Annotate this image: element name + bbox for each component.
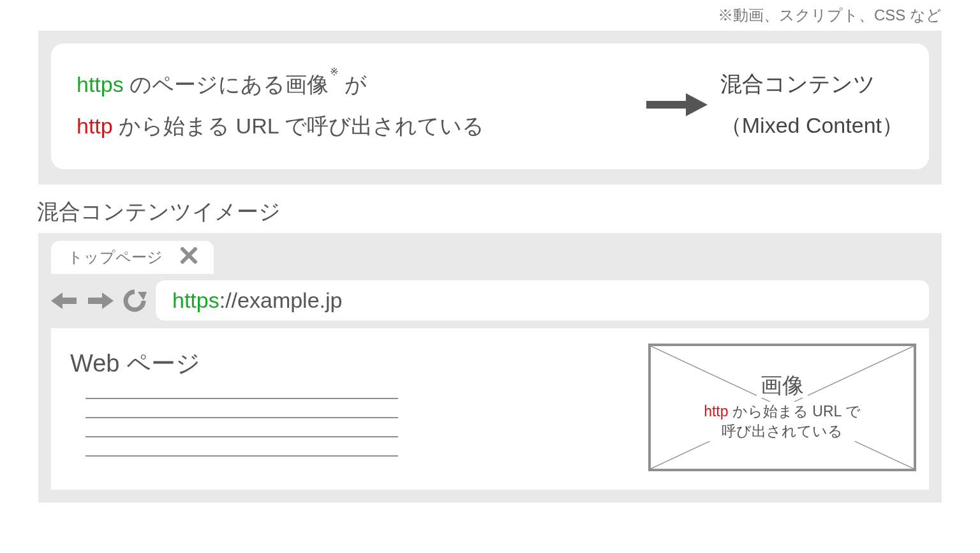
text-line-placeholder: [85, 398, 398, 399]
text-fragment: から始まる URL で呼び出されている: [113, 114, 484, 138]
section-title: 混合コンテンツイメージ: [37, 197, 980, 227]
explanation-card: https のページにある画像※ が http から始まる URL で呼び出され…: [51, 43, 929, 169]
text-fragment: から始まる URL で: [729, 403, 861, 420]
image-block: 画像 http から始まる URL で 呼び出されている: [648, 344, 916, 474]
svg-marker-7: [102, 292, 114, 309]
explanation-band: https のページにある画像※ が http から始まる URL で呼び出され…: [38, 31, 942, 185]
back-icon[interactable]: [51, 291, 78, 310]
tab-bar: トップページ: [51, 241, 929, 274]
https-label: https: [77, 72, 124, 96]
footnote-text: ※動画、スクリプト、CSS など: [0, 0, 980, 26]
text-fragment: が: [338, 72, 366, 96]
text-fragment: 呼び出されている: [700, 421, 865, 441]
nav-bar: https://example.jp: [51, 280, 929, 321]
image-label: 画像: [757, 374, 808, 397]
text-fragment: のページにある画像: [124, 72, 329, 96]
svg-marker-4: [51, 292, 63, 309]
browser-mock: トップページ: [38, 233, 942, 503]
http-label: http: [704, 403, 728, 420]
reload-icon[interactable]: [122, 289, 147, 313]
forward-icon[interactable]: [87, 291, 114, 310]
page-text-block: Web ページ: [70, 344, 623, 474]
text-line-placeholder: [85, 417, 398, 418]
text-line-placeholder: [85, 436, 398, 437]
mixed-content-label-ja: 混合コンテンツ: [720, 63, 903, 105]
svg-rect-5: [61, 298, 77, 304]
url-rest: ://example.jp: [219, 288, 343, 312]
browser-tab[interactable]: トップページ: [51, 241, 214, 274]
mixed-content-label-en: （Mixed Content）: [720, 105, 903, 146]
asterisk-mark: ※: [329, 66, 338, 77]
image-placeholder: 画像 http から始まる URL で 呼び出されている: [648, 344, 916, 471]
explanation-left: https のページにある画像※ が http から始まる URL で呼び出され…: [77, 63, 637, 146]
url-scheme: https: [172, 288, 219, 312]
text-line-placeholder: [85, 455, 398, 457]
address-bar[interactable]: https://example.jp: [156, 280, 929, 321]
image-sublabel: http から始まる URL で 呼び出されている: [700, 402, 865, 441]
http-label: http: [77, 114, 113, 138]
page-heading: Web ページ: [70, 347, 623, 380]
tab-label: トップページ: [68, 247, 163, 268]
explanation-right: 混合コンテンツ （Mixed Content）: [714, 63, 903, 146]
page-viewport: Web ページ 画像 http から始まる URL で 呼び出されている: [51, 328, 929, 490]
close-tab-icon[interactable]: [181, 247, 197, 268]
svg-rect-6: [88, 298, 103, 304]
arrow-right-icon: [637, 92, 714, 117]
svg-marker-8: [138, 292, 147, 300]
diagram-root: ※動画、スクリプト、CSS など https のページにある画像※ が http…: [0, 0, 980, 503]
svg-marker-1: [686, 93, 708, 116]
